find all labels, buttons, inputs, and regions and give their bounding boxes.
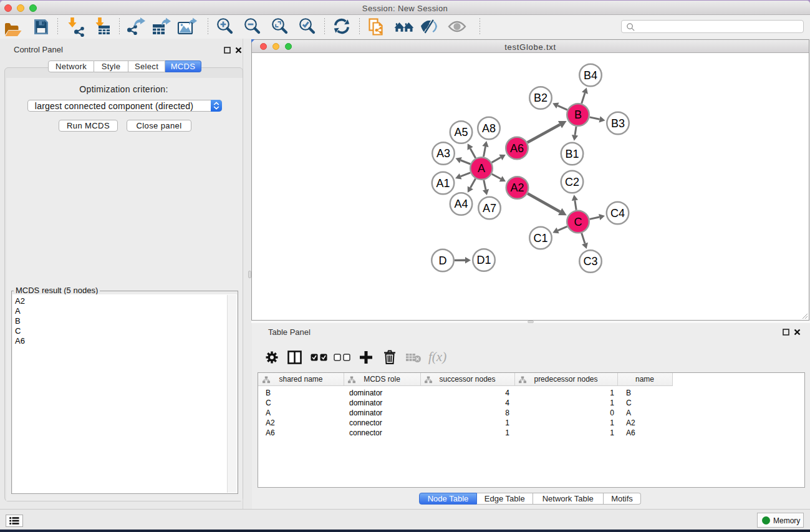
svg-text:A2: A2 xyxy=(510,181,524,194)
svg-text:A: A xyxy=(478,162,485,175)
svg-text:C1: C1 xyxy=(533,232,547,244)
svg-text:B3: B3 xyxy=(611,117,625,130)
svg-text:C3: C3 xyxy=(583,255,597,268)
svg-text:C2: C2 xyxy=(565,176,579,188)
svg-text:B2: B2 xyxy=(534,92,547,104)
svg-text:D1: D1 xyxy=(476,254,491,266)
svg-text:C4: C4 xyxy=(610,207,625,220)
svg-text:A7: A7 xyxy=(483,202,496,215)
svg-text:A5: A5 xyxy=(454,126,468,138)
svg-text:B: B xyxy=(574,109,582,121)
svg-text:C: C xyxy=(574,216,582,228)
svg-text:B4: B4 xyxy=(584,69,597,82)
svg-text:A1: A1 xyxy=(436,177,450,190)
svg-text:B1: B1 xyxy=(565,148,579,160)
svg-text:D: D xyxy=(439,254,447,267)
svg-text:A4: A4 xyxy=(454,198,468,210)
svg-text:A3: A3 xyxy=(436,147,450,160)
svg-text:A6: A6 xyxy=(510,142,524,155)
svg-text:A8: A8 xyxy=(482,122,496,135)
